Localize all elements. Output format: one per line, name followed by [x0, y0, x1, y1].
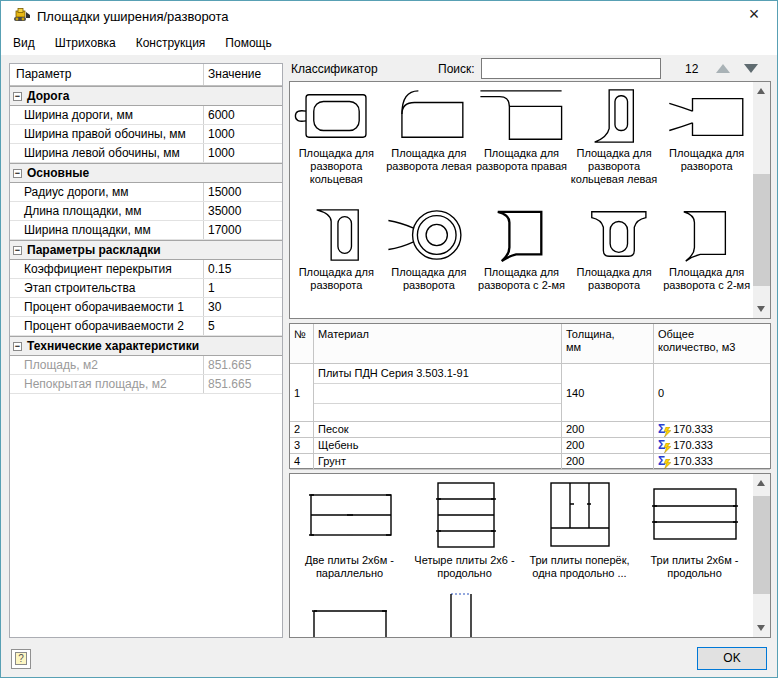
- dialog-content: Параметр Значение − Дорога Ширина дороги…: [1, 55, 777, 677]
- section-road[interactable]: − Дорога: [10, 86, 282, 106]
- classifier-item[interactable]: Площадка для разворота кольцевая левая: [568, 82, 661, 201]
- classifier-item[interactable]: Площадка для разворота правая: [475, 82, 568, 201]
- material-thickness[interactable]: 200: [562, 454, 654, 470]
- menu-help[interactable]: Помощь: [215, 33, 281, 53]
- next-arrow-icon[interactable]: [744, 64, 758, 73]
- classifier-item[interactable]: Площадка для разворота левая: [383, 82, 476, 201]
- classifier-item[interactable]: Площадка для разворота с 2-мя: [660, 201, 753, 319]
- materials-table: № Материал Толщина, мм Общее количество,…: [289, 323, 771, 469]
- material-name[interactable]: Щебень: [314, 438, 562, 454]
- section-title: Технические характеристики: [27, 339, 199, 353]
- scroll-up-icon[interactable]: [753, 474, 770, 491]
- menu-view[interactable]: Вид: [3, 33, 45, 53]
- section-main[interactable]: − Основные: [10, 163, 282, 183]
- param-label: Процент оборачиваемости 1: [10, 298, 203, 316]
- prev-arrow-icon[interactable]: [716, 64, 730, 73]
- partial-layout-shape[interactable]: [312, 607, 392, 638]
- classifier-item[interactable]: Площадка для разворота: [660, 82, 753, 201]
- param-value[interactable]: 35000: [203, 202, 282, 220]
- param-value[interactable]: 1000: [203, 125, 282, 143]
- param-row: Коэффициент перекрытия 0.15: [10, 260, 282, 279]
- col-quantity: Общее количество, м3: [654, 324, 770, 364]
- param-value[interactable]: 0.15: [203, 260, 282, 278]
- layout-item[interactable]: Две плиты 2х6м - параллельно: [292, 478, 407, 580]
- param-value[interactable]: 15000: [203, 183, 282, 201]
- material-name[interactable]: Песок: [314, 422, 562, 438]
- classifier-item[interactable]: Площадка для разворота: [383, 201, 476, 319]
- param-value[interactable]: 1: [203, 279, 282, 297]
- lightning-icon: [664, 459, 671, 469]
- material-thickness[interactable]: 200: [562, 438, 654, 454]
- layout-item[interactable]: Три плиты 2х6м - продольно: [637, 478, 752, 580]
- scroll-up-icon[interactable]: [753, 82, 770, 99]
- scrollbar-vertical[interactable]: [753, 474, 770, 637]
- collapse-icon[interactable]: −: [13, 92, 22, 101]
- material-num: 1: [290, 364, 314, 422]
- slab-layouts-panel: Две плиты 2х6м - параллельно Четыре плит…: [289, 473, 771, 638]
- param-value[interactable]: 30: [203, 298, 282, 316]
- menu-construction[interactable]: Конструкция: [126, 33, 216, 53]
- param-value[interactable]: 17000: [203, 221, 282, 239]
- param-row: Ширина площадки, мм 17000: [10, 221, 282, 240]
- classifier-item-label: Площадка для разворота: [660, 147, 753, 173]
- material-row: 2 Песок 200 Σ 170.333: [290, 422, 770, 438]
- scrollbar-thumb[interactable]: [753, 174, 770, 286]
- classifier-item-label: Площадка для разворота: [383, 266, 476, 292]
- help-button[interactable]: ?: [11, 649, 31, 669]
- layout-item-label: Три плиты 2х6м - продольно: [637, 554, 752, 580]
- qty-value: 170.333: [673, 455, 713, 468]
- material-qty[interactable]: Σ 170.333: [654, 438, 770, 454]
- param-row: Радиус дороги, мм 15000: [10, 183, 282, 202]
- col-value: Значение: [203, 64, 282, 85]
- scroll-down-icon[interactable]: [753, 301, 770, 318]
- param-value[interactable]: 1000: [203, 144, 282, 162]
- material-name[interactable]: Плиты ПДН Серия 3.503.1-91: [314, 364, 561, 384]
- material-name[interactable]: Грунт: [314, 454, 562, 470]
- classifier-item[interactable]: Площадка для разворота с 2-мя: [475, 201, 568, 319]
- material-num: 2: [290, 422, 314, 438]
- layout-item[interactable]: Четыре плиты 2х6 - продольно: [407, 478, 522, 580]
- material-row: 3 Щебень 200 Σ 170.333: [290, 438, 770, 454]
- material-name-empty[interactable]: [314, 384, 561, 404]
- classifier-item[interactable]: Площадка для разворота: [568, 201, 661, 319]
- qty-value: 170.333: [673, 439, 713, 452]
- material-name-cell[interactable]: Плиты ПДН Серия 3.503.1-91: [314, 364, 562, 422]
- parameter-table-header: Параметр Значение: [10, 64, 282, 86]
- search-input[interactable]: [481, 58, 661, 79]
- param-label: Процент оборачиваемости 2: [10, 317, 203, 335]
- param-label: Этап строительства: [10, 279, 203, 297]
- classifier-label: Классификатор: [291, 62, 378, 76]
- material-qty[interactable]: Σ 170.333: [654, 454, 770, 470]
- window-title: Площадки уширения/разворота: [37, 9, 229, 24]
- collapse-icon[interactable]: −: [13, 169, 22, 178]
- menu-hatching[interactable]: Штриховка: [45, 33, 126, 53]
- scrollbar-vertical[interactable]: [753, 82, 770, 318]
- param-value[interactable]: 6000: [203, 106, 282, 124]
- lightning-icon: [664, 443, 671, 453]
- partial-layout-shape[interactable]: [448, 592, 476, 638]
- close-button[interactable]: ×: [737, 1, 771, 29]
- section-layout-params[interactable]: − Параметры раскладки: [10, 240, 282, 260]
- scroll-down-icon[interactable]: [753, 620, 770, 637]
- param-label: Коэффициент перекрытия: [10, 260, 203, 278]
- layouts-grid: Две плиты 2х6м - параллельно Четыре плит…: [292, 478, 752, 580]
- param-row: Длина площадки, мм 35000: [10, 202, 282, 221]
- collapse-icon[interactable]: −: [13, 342, 22, 351]
- classifier-item-label: Площадка для разворота правая: [475, 147, 568, 173]
- scrollbar-thumb[interactable]: [753, 496, 770, 594]
- material-thickness[interactable]: 140: [562, 364, 654, 422]
- classifier-item[interactable]: Площадка для разворота: [290, 201, 383, 319]
- three-cross-one-length-icon: [525, 480, 635, 552]
- dialog-window: Площадки уширения/разворота × Вид Штрихо…: [0, 0, 778, 678]
- material-name-empty[interactable]: [314, 404, 561, 421]
- ok-button[interactable]: OK: [697, 647, 767, 670]
- param-value[interactable]: 5: [203, 317, 282, 335]
- section-title: Дорога: [27, 89, 69, 103]
- classifier-item[interactable]: Площадка для разворота кольцевая: [290, 82, 383, 201]
- collapse-icon[interactable]: −: [13, 246, 22, 255]
- section-tech[interactable]: − Технические характеристики: [10, 336, 282, 356]
- classifier-item-label: Площадка для разворота с 2-мя: [475, 266, 568, 292]
- layout-item[interactable]: Три плиты поперёк, одна продольно ...: [522, 478, 637, 580]
- material-qty[interactable]: Σ 170.333: [654, 422, 770, 438]
- material-thickness[interactable]: 200: [562, 422, 654, 438]
